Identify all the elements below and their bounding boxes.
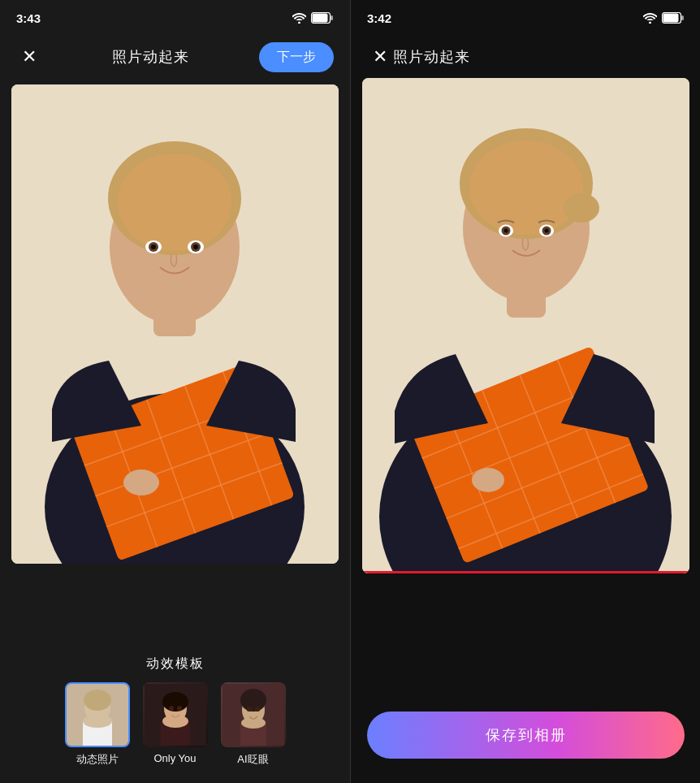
photo-container-left [0,78,350,644]
top-bar-right: ✕ 照片动起来 [351,36,700,78]
status-bar-right: 3:42 [351,0,700,36]
template-name-only-you: Only You [153,752,196,764]
svg-point-60 [469,141,583,235]
svg-point-28 [83,715,112,728]
battery-icon-right [662,12,685,24]
template-thumb-only-you[interactable] [143,682,208,747]
status-icons-right [643,12,685,24]
svg-point-61 [564,193,599,223]
svg-point-67 [545,229,549,233]
status-time-left: 3:43 [16,11,41,25]
progress-border [362,571,689,573]
svg-point-41 [246,707,252,712]
template-section-label: 动效模板 [146,655,205,673]
template-thumb-ai-eyes[interactable] [221,682,286,747]
close-button-right[interactable]: ✕ [367,44,393,70]
main-photo-left [11,84,339,564]
svg-point-68 [472,468,504,492]
svg-point-35 [177,706,182,711]
svg-rect-1 [313,14,328,23]
top-bar-left: ✕ 照片动起来 下一步 [0,36,350,78]
next-button[interactable]: 下一步 [259,42,334,72]
elderly-person-icon [67,684,128,746]
svg-point-19 [151,244,156,249]
template-item-only-you[interactable]: Only You [143,682,208,764]
template-name-ai-eyes: AI眨眼 [237,752,268,767]
save-button-area: 保存到相册 [351,699,700,783]
close-icon-right: ✕ [373,48,387,66]
svg-point-42 [254,707,260,712]
template-item-dynamic[interactable]: 动态照片 [65,682,130,767]
svg-point-34 [169,706,174,711]
status-icons-left [292,12,334,24]
template-item-ai-eyes[interactable]: AI眨眼 [221,682,286,767]
svg-rect-45 [681,15,684,20]
close-button-left[interactable]: ✕ [16,44,42,70]
thumb-woman-dark-bg [143,682,208,747]
ai-eyes-person-icon [223,684,284,746]
template-thumb-dynamic[interactable] [65,682,130,747]
only-you-person-icon [145,684,206,746]
wifi-icon-left [292,13,306,24]
status-time-right: 3:42 [367,11,391,25]
page-title-left: 照片动起来 [112,47,189,67]
person-image-right [362,78,689,573]
svg-point-22 [193,244,198,249]
svg-point-31 [162,692,188,712]
page-title-right: 照片动起来 [393,47,470,67]
thumb-young-woman-bg [221,682,286,747]
save-to-album-button[interactable]: 保存到相册 [367,712,685,759]
left-panel: 3:43 ✕ 照片动起来 下一步 [0,0,350,783]
wifi-icon-right [643,13,657,24]
bottom-section: 动效模板 动态照片 [0,644,350,783]
svg-point-26 [84,690,111,711]
right-panel: 3:42 ✕ 照片动起来 [351,0,700,783]
thumb-elderly-bg [67,684,128,746]
svg-rect-44 [663,14,679,23]
person-image-left [11,84,339,564]
photo-container-right [351,78,700,699]
svg-rect-2 [331,15,333,20]
svg-point-23 [123,469,159,495]
svg-point-38 [240,689,266,712]
close-icon-left: ✕ [22,48,37,66]
battery-icon-left [311,12,334,24]
svg-point-64 [504,229,508,233]
template-row: 动态照片 [49,682,302,767]
status-bar-left: 3:43 [0,0,350,36]
main-photo-right [362,78,689,573]
svg-point-16 [118,154,231,251]
template-name-dynamic: 动态照片 [76,752,119,767]
